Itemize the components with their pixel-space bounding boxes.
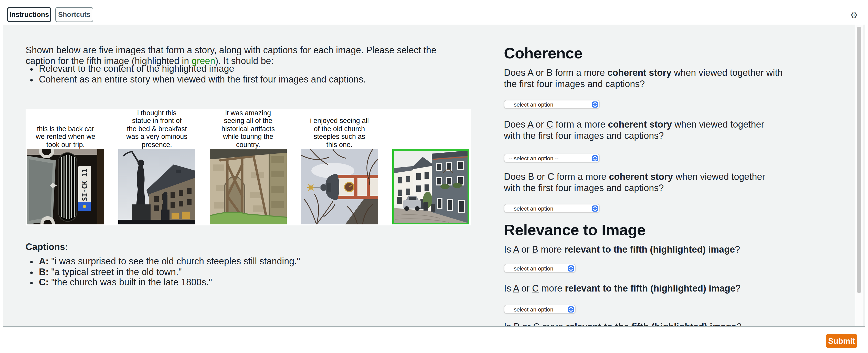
story-image-2 — [119, 149, 195, 225]
coherence-select-ab[interactable]: -- select an option -- — [504, 100, 600, 109]
select-stepper-icon — [592, 155, 598, 161]
relevance-question-ab: Is A or B more relevant to the fifth (hi… — [504, 244, 783, 256]
instructions-button[interactable]: Instructions — [7, 7, 51, 22]
submit-button[interactable]: Submit — [826, 334, 857, 348]
coherence-question-bc: Does B or C form a more coherent story w… — [504, 172, 783, 194]
panel-scrollbar-thumb[interactable] — [857, 27, 861, 293]
story-strip: this is the back car we rented when we t… — [26, 109, 471, 226]
story-figure-3: it was amazing seeing all of the histori… — [210, 109, 286, 226]
story-caption-5 — [392, 109, 469, 149]
coherence-question-ac: Does A or C form a more coherent story w… — [504, 119, 783, 141]
story-figure-4: i enjoyed seeing all of the old church s… — [301, 109, 378, 226]
coherence-select-bc[interactable]: -- select an option -- — [504, 204, 600, 213]
story-caption-2: i thought this statue in front of the be… — [119, 109, 195, 149]
story-figure-1: this is the back car we rented when we t… — [27, 109, 104, 226]
shortcuts-button[interactable]: Shortcuts — [55, 7, 93, 22]
task-panel: Shown below are five images that form a … — [3, 25, 865, 327]
shortcuts-button-label: Shortcuts — [58, 11, 90, 19]
intro-bullet: Coherent as an entire story when viewed … — [39, 74, 366, 85]
relevance-question-bc: Is B or C more relevant to the fifth (hi… — [504, 322, 783, 327]
coherence-select-ac[interactable]: -- select an option -- — [504, 154, 600, 163]
story-caption-1: this is the back car we rented when we t… — [27, 109, 104, 149]
coherence-question-ab: Does A or B form a more coherent story w… — [504, 68, 783, 90]
story-figure-2: i thought this statue in front of the be… — [119, 109, 195, 226]
panel-scrollbar-track[interactable] — [855, 25, 863, 326]
relevance-heading: Relevance to Image — [504, 221, 646, 239]
relevance-select-ac[interactable]: -- select an option -- — [504, 305, 576, 314]
story-image-3 — [210, 149, 286, 225]
captions-list: A:"i was surprised to see the old church… — [26, 256, 300, 288]
page: Instructions Shortcuts ⚙ Shown below are… — [0, 0, 868, 353]
select-stepper-icon — [568, 265, 574, 271]
story-caption-4: i enjoyed seeing all of the old church s… — [301, 109, 378, 149]
intro-bullet: Relevant to the content of the highlight… — [39, 63, 366, 74]
story-caption-3: it was amazing seeing all of the histori… — [210, 109, 286, 149]
story-image-5 — [392, 149, 469, 225]
select-stepper-icon — [568, 306, 574, 312]
gear-icon[interactable]: ⚙ — [850, 11, 858, 20]
caption-item-a: A:"i was surprised to see the old church… — [39, 256, 300, 267]
questions-column: Coherence Does A or B form a more cohere… — [504, 25, 791, 326]
relevance-select-ab[interactable]: -- select an option -- — [504, 264, 576, 272]
caption-item-b: B:"a typical street in the old town." — [39, 267, 300, 277]
coherence-heading: Coherence — [504, 44, 583, 62]
story-figure-5-highlighted — [392, 109, 469, 226]
relevance-question-ac: Is A or C more relevant to the fifth (hi… — [504, 283, 783, 294]
select-stepper-icon — [592, 101, 598, 107]
select-stepper-icon — [592, 205, 598, 211]
license-plate-text: SI·CK 11 — [81, 169, 89, 201]
story-image-1: SI·CK 11 — [27, 149, 104, 225]
captions-title: Captions: — [26, 242, 68, 253]
intro-bullet-list: Relevant to the content of the highlight… — [26, 63, 366, 85]
instructions-button-label: Instructions — [9, 11, 49, 19]
story-image-4 — [301, 149, 378, 225]
caption-item-c: C:"the church was built in the late 1800… — [39, 277, 300, 288]
top-bar: Instructions Shortcuts ⚙ — [0, 0, 868, 25]
